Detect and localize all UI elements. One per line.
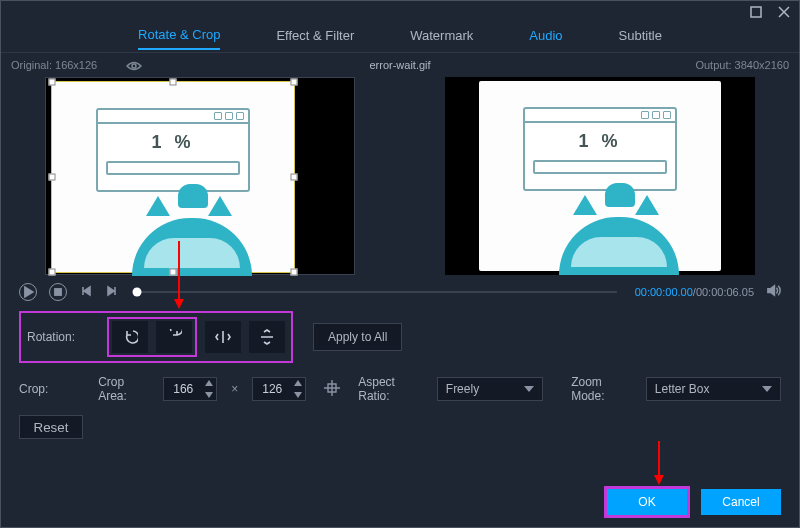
next-frame-button[interactable] [105,284,119,301]
svg-rect-2 [55,289,61,295]
crop-position-icon[interactable] [316,378,348,401]
output-preview-pane: 1 % [445,77,755,275]
rotation-highlight: Rotation: [19,311,293,363]
seek-bar[interactable] [137,291,617,293]
crop-preview-pane[interactable]: 1 % [45,77,355,275]
close-icon[interactable] [777,5,791,22]
crop-handle[interactable] [291,269,298,276]
stop-button[interactable] [49,283,67,301]
crop-width-field[interactable] [164,382,202,396]
tab-effect-filter[interactable]: Effect & Filter [276,28,354,49]
spin-down-icon[interactable] [202,389,216,401]
zoom-mode-label: Zoom Mode: [571,375,636,403]
crop-handle[interactable] [49,269,56,276]
crop-height-input[interactable] [252,377,306,401]
aspect-ratio-label: Aspect Ratio: [358,375,427,403]
cancel-button[interactable]: Cancel [701,489,781,515]
multiply-icon: × [227,382,242,396]
rotate-right-button[interactable] [156,321,192,353]
rotation-primary-group [107,317,197,357]
rotate-left-button[interactable] [112,321,148,353]
filename: error-wait.gif [369,59,430,71]
rotation-row: Rotation: Apply to All [1,305,799,369]
annotation-arrow-icon [653,441,665,490]
crop-handle[interactable] [170,79,177,86]
crop-selection[interactable]: 1 % [52,82,294,272]
prev-frame-button[interactable] [79,284,93,301]
output-frame: 1 % [479,81,721,271]
flip-horizontal-button[interactable] [205,321,241,353]
zoom-mode-select[interactable]: Letter Box [646,377,781,401]
crop-width-input[interactable] [163,377,217,401]
frame-text: 1 % [525,131,675,152]
tab-rotate-crop[interactable]: Rotate & Crop [138,27,220,50]
aspect-ratio-select[interactable]: Freely [437,377,543,401]
crop-area-label: Crop Area: [98,375,153,403]
tab-subtitle[interactable]: Subtitle [619,28,662,49]
transport-bar: 00:00:00.00/00:00:06.05 [1,275,799,301]
ok-button[interactable]: OK [607,489,687,515]
footer: OK Cancel [607,489,781,515]
crop-row: Crop: Crop Area: × Aspect Ratio: Freely … [1,369,799,409]
spin-up-icon[interactable] [291,377,305,389]
crop-label: Crop: [19,382,88,396]
crop-handle[interactable] [170,269,177,276]
spin-down-icon[interactable] [291,389,305,401]
crop-handle[interactable] [49,174,56,181]
volume-icon[interactable] [766,283,781,301]
tab-bar: Rotate & Crop Effect & Filter Watermark … [1,25,799,53]
frame-text: 1 % [98,132,248,153]
svg-point-1 [132,64,136,68]
output-dimensions: Output: 3840x2160 [695,59,789,71]
play-button[interactable] [19,283,37,301]
tab-audio[interactable]: Audio [529,28,562,49]
source-frame: 1 % [52,82,294,272]
svg-rect-0 [751,7,761,17]
preview-toggle-icon[interactable] [100,59,142,71]
crop-height-field[interactable] [253,382,291,396]
flip-vertical-button[interactable] [249,321,285,353]
spin-up-icon[interactable] [202,377,216,389]
seek-handle[interactable] [133,288,142,297]
tab-watermark[interactable]: Watermark [410,28,473,49]
maximize-icon[interactable] [749,5,763,22]
original-dimensions: Original: 166x126 [11,59,97,71]
time-display: 00:00:00.00/00:00:06.05 [635,286,754,298]
titlebar [1,1,799,25]
crop-handle[interactable] [49,79,56,86]
editor-window: Rotate & Crop Effect & Filter Watermark … [0,0,800,528]
apply-to-all-button[interactable]: Apply to All [313,323,402,351]
crop-handle[interactable] [291,79,298,86]
preview-area: 1 % 1 % [1,73,799,275]
crop-handle[interactable] [291,174,298,181]
rotation-label: Rotation: [27,330,99,344]
meta-row: Original: 166x126 error-wait.gif Output:… [1,53,799,73]
reset-button[interactable]: Reset [19,415,83,439]
